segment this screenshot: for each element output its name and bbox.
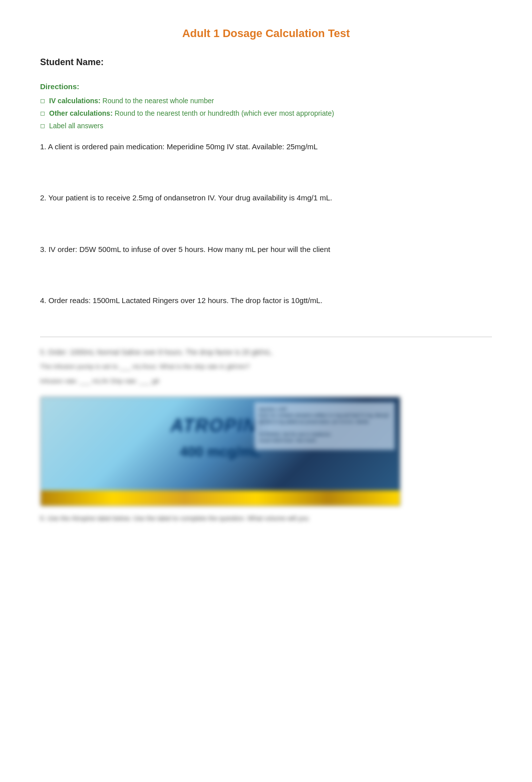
question-6-text: 6. Use the Atropine label below. Use the… bbox=[40, 513, 492, 524]
question-4-number: 4. bbox=[40, 296, 47, 305]
directions-section: Directions: IV calculations: Round to th… bbox=[40, 81, 492, 131]
question-3-block: 3. IV order: D5W 500mL to infuse of over… bbox=[40, 244, 492, 255]
directions-label: Directions: bbox=[40, 81, 492, 93]
atropine-right-panel: Injection, USP Each mL contains atropine… bbox=[254, 402, 395, 450]
question-4-text: 4. Order reads: 1500mL Lactated Ringers … bbox=[40, 295, 492, 307]
question-6-block: 6. Use the Atropine label below. Use the… bbox=[40, 513, 492, 524]
question-2-body: Your patient is to receive 2.5mg of onda… bbox=[48, 193, 332, 202]
question-2-number: 2. bbox=[40, 193, 47, 202]
question-1-block: 1. A client is ordered pain medication: … bbox=[40, 141, 492, 153]
question-5-sub: The infusion pump is set to ___ mL/hour.… bbox=[40, 362, 492, 372]
direction-item-2: Other calculations: Round to the nearest… bbox=[40, 108, 492, 119]
question-5-text: 5. Order: 1000mL Normal Saline over 8 ho… bbox=[40, 347, 492, 358]
direction-item-1: IV calculations: Round to the nearest wh… bbox=[40, 96, 492, 106]
direction-item-3: Label all answers bbox=[40, 121, 492, 131]
question-1-text: 1. A client is ordered pain medication: … bbox=[40, 141, 492, 153]
question-1-body: A client is ordered pain medication: Mep… bbox=[48, 142, 318, 151]
question-4-block: 4. Order reads: 1500mL Lactated Ringers … bbox=[40, 295, 492, 307]
question-5-block: 5. Order: 1000mL Normal Saline over 8 ho… bbox=[40, 347, 492, 386]
question-3-text: 3. IV order: D5W 500mL to infuse of over… bbox=[40, 244, 492, 255]
student-name-label: Student Name: bbox=[40, 56, 492, 69]
directions-list: IV calculations: Round to the nearest wh… bbox=[40, 96, 492, 131]
direction-item-1-rest: Round to the nearest whole number bbox=[103, 97, 214, 105]
page-divider bbox=[40, 337, 492, 337]
question-1-number: 1. bbox=[40, 142, 47, 151]
atropine-detail-1: Injection, USP Each mL contains atropine… bbox=[258, 406, 391, 444]
atropine-title-text: ATROPINE bbox=[61, 412, 380, 439]
blurred-content: 5. Order: 1000mL Normal Saline over 8 ho… bbox=[40, 347, 492, 524]
direction-item-3-rest: Label all answers bbox=[49, 122, 103, 130]
question-2-text: 2. Your patient is to receive 2.5mg of o… bbox=[40, 192, 492, 204]
direction-item-2-rest: Round to the nearest tenth or hundredth … bbox=[115, 109, 334, 117]
page-title: Adult 1 Dosage Calculation Test bbox=[40, 25, 492, 42]
atropine-label-area: ATROPINE 400 mcg/mL bbox=[61, 412, 380, 462]
question-3-number: 3. bbox=[40, 245, 47, 253]
question-5-sub2: Infusion rate: ___ mL/hr Drip rate: ___ … bbox=[40, 376, 492, 386]
direction-item-1-bold: IV calculations: bbox=[49, 97, 101, 105]
direction-item-2-bold: Other calculations: bbox=[49, 109, 113, 117]
atropine-dose-text: 400 mcg/mL bbox=[61, 441, 380, 462]
question-2-block: 2. Your patient is to receive 2.5mg of o… bbox=[40, 192, 492, 204]
question-3-body: IV order: D5W 500mL to infuse of over 5 … bbox=[49, 245, 330, 253]
atropine-yellow-bar bbox=[41, 490, 400, 505]
question-4-body: Order reads: 1500mL Lactated Ringers ove… bbox=[49, 296, 323, 305]
atropine-label-image: ATROPINE 400 mcg/mL Injection, USP Each … bbox=[40, 396, 401, 506]
